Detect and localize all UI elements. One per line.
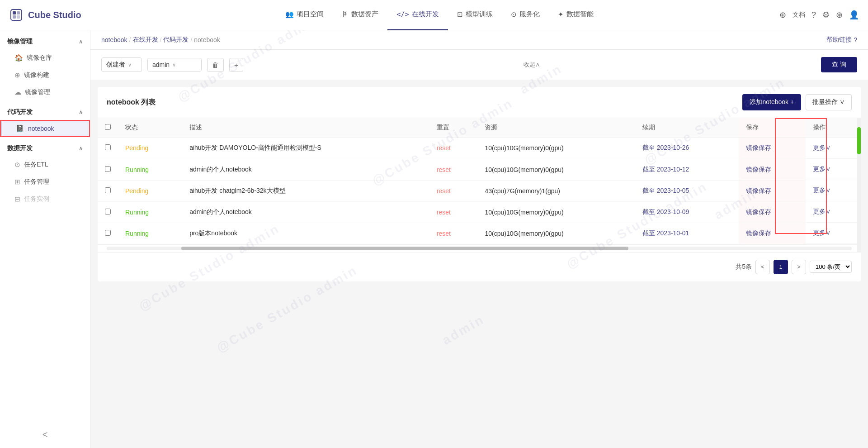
row-save-0[interactable]: 镜像保存 <box>739 138 806 159</box>
creator-filter-select[interactable]: 创建者 ∨ <box>101 57 142 72</box>
notebook-icon: 📓 <box>16 124 24 133</box>
row-checkbox-0[interactable] <box>98 138 118 159</box>
row-action-2[interactable]: 更多∨ <box>806 180 861 201</box>
horizontal-scrollbar-area[interactable] <box>98 244 861 252</box>
row-checkbox-4[interactable] <box>98 223 118 244</box>
row-checkbox-3[interactable] <box>98 201 118 223</box>
row-reset-3[interactable]: reset <box>429 201 478 223</box>
table-title: notebook 列表 <box>107 98 156 107</box>
main-layout: 镜像管理 ∧ 🏠 镜像仓库 ⊕ 镜像构建 ☁ 镜像管理 代码开发 ∧ 📓 not… <box>0 30 868 448</box>
logo-icon <box>9 8 24 22</box>
page-size-select[interactable]: 100 条/页 <box>810 261 852 273</box>
nav-label-online-dev: 在线开发 <box>412 10 439 19</box>
section-label-code-dev: 代码开发 <box>7 108 33 116</box>
sidebar-section-data-dev[interactable]: 数据开发 ∧ <box>0 137 90 156</box>
row-renewal-1: 截至 2023-10-12 <box>635 159 739 180</box>
row-description-1: admin的个人notebook <box>182 159 429 180</box>
sidebar-label-image-manage: 镜像管理 <box>25 88 50 96</box>
row-renewal-4: 截至 2023-10-01 <box>635 223 739 244</box>
col-header-save: 保存 <box>739 118 806 138</box>
row-action-3[interactable]: 更多∨ <box>806 201 861 223</box>
breadcrumb-notebook-root[interactable]: notebook <box>101 36 127 43</box>
col-header-description: 描述 <box>182 118 429 138</box>
breadcrumb-sep-1: / <box>129 36 131 43</box>
batch-operation-button[interactable]: 批量操作 ∨ <box>806 94 852 110</box>
sidebar-label-etl: 任务ETL <box>24 161 48 169</box>
table-actions: 添加notebook + 批量操作 ∨ <box>742 94 852 110</box>
row-save-2[interactable]: 镜像保存 <box>739 180 806 201</box>
nav-item-data-intelligence[interactable]: ✦ 数据智能 <box>549 0 603 30</box>
row-checkbox-1[interactable] <box>98 159 118 180</box>
collapse-filter-button[interactable]: 收起∧ <box>524 61 540 69</box>
breadcrumb-sep-2: / <box>160 36 162 43</box>
row-description-3: admin的个人notebook <box>182 201 429 223</box>
nav-item-service[interactable]: ⊙ 服务化 <box>502 0 549 30</box>
pagination-next[interactable]: > <box>792 260 806 274</box>
vertical-scrollbar-thumb[interactable] <box>857 127 861 154</box>
sidebar-collapse-button[interactable]: < <box>0 426 90 443</box>
docs-link[interactable]: 文档 <box>793 11 805 19</box>
delete-filter-button[interactable]: 🗑 <box>207 58 224 72</box>
row-action-4[interactable]: 更多∨ <box>806 223 861 244</box>
help-icon[interactable]: ? <box>811 10 816 20</box>
sidebar-section-image-management[interactable]: 镜像管理 ∧ <box>0 30 90 49</box>
sidebar-section-code-dev[interactable]: 代码开发 ∧ <box>0 101 90 120</box>
row-description-4: pro版本notebook <box>182 223 429 244</box>
pagination-page-1[interactable]: 1 <box>774 260 788 274</box>
help-link[interactable]: 帮助链接 ? <box>826 36 857 44</box>
sidebar-label-task-instance: 任务实例 <box>24 195 49 203</box>
nav-right-area: ⊕ 文档 ? ⚙ ⊛ 👤 <box>779 10 859 20</box>
task-manage-icon: ⊞ <box>14 178 20 186</box>
add-filter-button[interactable]: + <box>229 58 243 72</box>
data-assets-icon: 🗄 <box>342 10 349 18</box>
row-reset-0[interactable]: reset <box>429 138 478 159</box>
svg-rect-3 <box>13 15 16 19</box>
row-action-0[interactable]: 更多∨ <box>806 138 861 159</box>
row-action-1[interactable]: 更多∨ <box>806 159 861 180</box>
sidebar-item-notebook[interactable]: 📓 notebook <box>0 120 90 137</box>
nav-item-online-dev[interactable]: </> 在线开发 <box>387 0 448 30</box>
nav-label-service: 服务化 <box>519 10 540 19</box>
sidebar-item-image-build[interactable]: ⊕ 镜像构建 <box>0 67 90 84</box>
creator-value-text: admin <box>152 61 170 68</box>
user-avatar[interactable]: 👤 <box>849 10 859 20</box>
row-reset-1[interactable]: reset <box>429 159 478 180</box>
breadcrumb-online-dev[interactable]: 在线开发 <box>133 36 158 44</box>
breadcrumb-current: notebook <box>194 36 220 43</box>
creator-value-select[interactable]: admin ∨ <box>147 58 202 71</box>
row-status-0: Pending <box>118 138 182 159</box>
row-save-1[interactable]: 镜像保存 <box>739 159 806 180</box>
nav-item-data-assets[interactable]: 🗄 数据资产 <box>333 0 387 30</box>
query-button[interactable]: 查 询 <box>821 57 857 72</box>
add-notebook-button[interactable]: 添加notebook + <box>742 94 801 110</box>
row-save-3[interactable]: 镜像保存 <box>739 201 806 223</box>
sidebar-item-etl[interactable]: ⊙ 任务ETL <box>0 156 90 173</box>
task-instance-icon: ⊟ <box>14 195 20 203</box>
sidebar-item-task-manage[interactable]: ⊞ 任务管理 <box>0 173 90 191</box>
pagination-prev[interactable]: < <box>755 260 770 274</box>
breadcrumb-code-dev[interactable]: 代码开发 <box>163 36 189 44</box>
row-reset-4[interactable]: reset <box>429 223 478 244</box>
table-row: Running admin的个人notebook reset 10(cpu)10… <box>98 159 861 180</box>
user-org-icon[interactable]: ⊕ <box>779 10 786 20</box>
sidebar-item-image-manage[interactable]: ☁ 镜像管理 <box>0 84 90 101</box>
sidebar-item-task-instance: ⊟ 任务实例 <box>0 191 90 208</box>
pagination: 共5条 < 1 > 100 条/页 <box>98 252 861 281</box>
table-row: Running pro版本notebook reset 10(cpu)10G(m… <box>98 223 861 244</box>
row-reset-2[interactable]: reset <box>429 180 478 201</box>
section-arrow-image: ∧ <box>79 38 83 45</box>
sidebar: 镜像管理 ∧ 🏠 镜像仓库 ⊕ 镜像构建 ☁ 镜像管理 代码开发 ∧ 📓 not… <box>0 30 90 448</box>
vertical-scrollbar[interactable] <box>857 118 861 252</box>
scroll-thumb[interactable] <box>181 247 628 250</box>
row-resource-4: 10(cpu)10G(memory)0(gpu) <box>477 223 635 244</box>
select-all-checkbox[interactable] <box>105 124 111 130</box>
row-save-4[interactable]: 镜像保存 <box>739 223 806 244</box>
logo-area: Cube Studio <box>9 8 99 22</box>
settings-icon[interactable]: ⚙ <box>822 10 830 20</box>
row-checkbox-2[interactable] <box>98 180 118 201</box>
section-arrow-data: ∧ <box>79 145 83 152</box>
github-icon[interactable]: ⊛ <box>836 10 843 20</box>
nav-item-project[interactable]: 👥 项目空间 <box>276 0 333 30</box>
nav-item-model-train[interactable]: ⊡ 模型训练 <box>448 0 502 30</box>
sidebar-item-image-repo[interactable]: 🏠 镜像仓库 <box>0 49 90 67</box>
